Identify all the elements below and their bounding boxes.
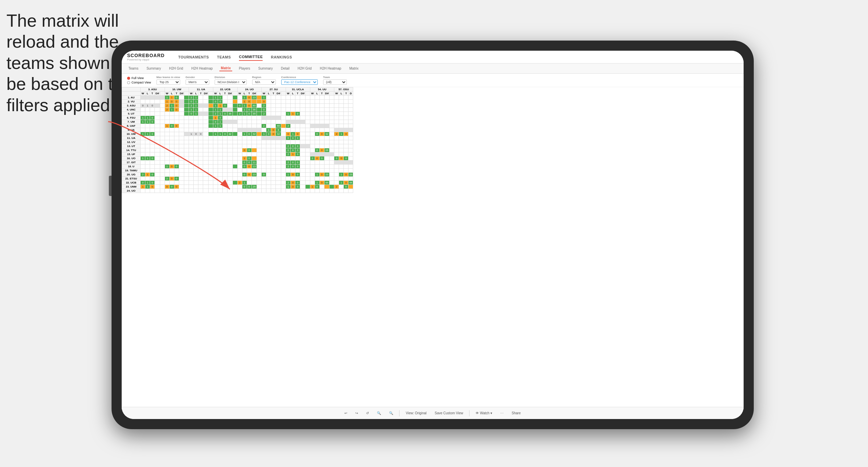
compact-view-option[interactable]: Compact View bbox=[127, 81, 151, 84]
matrix-cell bbox=[213, 165, 218, 169]
matrix-cell bbox=[165, 156, 169, 161]
matrix-cell bbox=[344, 96, 348, 100]
matrix-cell: 0 bbox=[247, 148, 251, 152]
subnav-summary2[interactable]: Summary bbox=[257, 66, 274, 71]
matrix-cell bbox=[169, 173, 174, 177]
matrix-cell bbox=[271, 112, 276, 116]
subnav-matrix2[interactable]: Matrix bbox=[348, 66, 360, 71]
subnav-h2h-heatmap[interactable]: H2H Heatmap bbox=[190, 66, 214, 71]
matrix-cell bbox=[242, 116, 247, 120]
matrix-cell bbox=[319, 152, 324, 156]
matrix-cell bbox=[184, 185, 189, 189]
matrix-cell bbox=[218, 144, 223, 148]
nav-committee[interactable]: COMMITTEE bbox=[239, 53, 263, 61]
matrix-cell bbox=[291, 116, 295, 120]
matrix-cell bbox=[281, 161, 286, 165]
subnav-detail[interactable]: Detail bbox=[280, 66, 291, 71]
matrix-cell bbox=[160, 185, 165, 189]
matrix-cell bbox=[209, 173, 213, 177]
subnav-matrix[interactable]: Matrix bbox=[219, 66, 232, 71]
row-label-cell: 15. UF bbox=[122, 152, 141, 156]
matrix-cell bbox=[315, 112, 319, 116]
matrix-cell bbox=[339, 189, 344, 193]
subnav-h2h-grid[interactable]: H2H Grid bbox=[168, 66, 185, 71]
matrix-cell bbox=[334, 112, 339, 116]
matrix-cell bbox=[242, 136, 247, 140]
matrix-cell bbox=[295, 124, 300, 128]
matrix-cell bbox=[334, 148, 339, 152]
nav-tournaments[interactable]: TOURNAMENTS bbox=[178, 54, 209, 60]
matrix-cell: 0 bbox=[291, 148, 295, 152]
nav-teams[interactable]: TEAMS bbox=[217, 54, 231, 60]
redo-btn[interactable]: ↪ bbox=[353, 411, 360, 416]
matrix-cell: 0 bbox=[295, 132, 300, 136]
subnav-h2h-heatmap2[interactable]: H2H Heatmap bbox=[318, 66, 342, 71]
matrix-cell bbox=[310, 124, 315, 128]
subnav-players[interactable]: Players bbox=[238, 66, 251, 71]
more-btn[interactable]: ⋯ bbox=[498, 411, 506, 416]
matrix-cell bbox=[203, 148, 209, 152]
matrix-cell bbox=[233, 148, 237, 152]
matrix-cell bbox=[155, 177, 160, 181]
matrix-cell bbox=[300, 144, 306, 148]
matrix-cell bbox=[160, 132, 165, 136]
matrix-cell bbox=[189, 148, 194, 152]
gender-select[interactable]: Men's Women's bbox=[186, 79, 209, 85]
matrix-cell bbox=[315, 140, 319, 144]
matrix-cell bbox=[339, 104, 344, 108]
max-teams-select[interactable]: Top 25 Top 50 bbox=[156, 79, 180, 85]
matrix-cell: 2 bbox=[262, 124, 266, 128]
col-ucb-header: 22. UCB bbox=[213, 88, 238, 92]
subnav-teams[interactable]: Teams bbox=[127, 66, 140, 71]
matrix-cell bbox=[348, 108, 353, 112]
matrix-cell bbox=[194, 120, 198, 124]
undo-btn[interactable]: ↩ bbox=[342, 411, 349, 416]
matrix-cell bbox=[281, 120, 286, 124]
matrix-area[interactable]: 3. ASU 10. UW 11. UA 22. UCB 24. UO 27. … bbox=[122, 87, 744, 395]
matrix-cell bbox=[179, 181, 184, 185]
team-select[interactable]: (All) bbox=[323, 79, 347, 85]
matrix-cell: 0 bbox=[150, 181, 155, 185]
matrix-cell: 1 bbox=[145, 173, 150, 177]
table-row: 10. UW110100110321032100320100032210 bbox=[122, 132, 353, 136]
save-custom-btn[interactable]: Save Custom View bbox=[433, 411, 465, 416]
watch-btn[interactable]: 👁 Watch ▾ bbox=[474, 411, 494, 416]
full-view-label: Full View bbox=[131, 76, 144, 80]
matrix-cell bbox=[227, 169, 233, 173]
matrix-cell bbox=[315, 144, 319, 148]
matrix-cell bbox=[198, 152, 203, 156]
full-view-option[interactable]: Full View bbox=[127, 76, 151, 80]
subnav-summary[interactable]: Summary bbox=[145, 66, 162, 71]
matrix-cell: 0 bbox=[247, 112, 251, 116]
matrix-cell bbox=[194, 177, 198, 181]
matrix-cell bbox=[233, 96, 237, 100]
share-btn[interactable]: Share bbox=[510, 411, 523, 416]
subnav-h2h-grid2[interactable]: H2H Grid bbox=[296, 66, 313, 71]
matrix-cell: 0 bbox=[247, 104, 251, 108]
matrix-cell bbox=[276, 140, 281, 144]
matrix-cell bbox=[160, 156, 165, 161]
matrix-cell bbox=[189, 120, 194, 124]
division-select[interactable]: NCAA Division I bbox=[215, 79, 247, 85]
matrix-cell bbox=[271, 148, 276, 152]
matrix-cell bbox=[271, 173, 276, 177]
matrix-cell: 1 bbox=[218, 124, 223, 128]
view-original-btn[interactable]: View: Original bbox=[404, 411, 429, 416]
zoom-in-btn[interactable]: 🔍 bbox=[375, 411, 383, 416]
matrix-cell bbox=[281, 140, 286, 144]
region-select[interactable]: N/A bbox=[252, 79, 276, 85]
matrix-cell: 0 bbox=[291, 144, 295, 148]
matrix-cell bbox=[300, 185, 306, 189]
matrix-cell bbox=[305, 148, 310, 152]
matrix-cell bbox=[339, 165, 344, 169]
zoom-out-btn[interactable]: 🔍 bbox=[387, 411, 395, 416]
matrix-cell bbox=[324, 165, 330, 169]
nav-rankings[interactable]: RANKINGS bbox=[271, 54, 292, 60]
save-custom-label: Save Custom View bbox=[435, 411, 463, 415]
matrix-cell bbox=[257, 181, 262, 185]
matrix-cell: 0 bbox=[247, 96, 251, 100]
reset-btn[interactable]: ↺ bbox=[364, 411, 371, 416]
conference-select[interactable]: Pac-12 Conference bbox=[281, 79, 318, 85]
matrix-cell bbox=[348, 177, 353, 181]
matrix-cell: 11 bbox=[251, 161, 257, 165]
